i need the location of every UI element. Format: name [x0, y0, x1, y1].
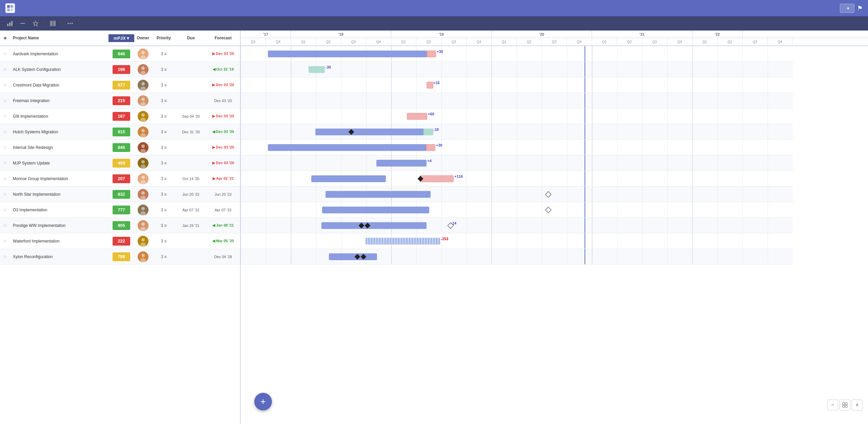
table-header: ★ Project Name mPJX ▾ Owner Priority Due…: [0, 31, 240, 46]
gantt-row: +16: [241, 77, 793, 93]
owner-cell: [134, 111, 152, 122]
minus-button[interactable]: [17, 18, 28, 29]
table-row[interactable]: ☆ G9i Implementation 167 3 ≡ Sep 04 '20 …: [0, 109, 240, 124]
timeline-quarter: Q4: [266, 38, 291, 45]
filter-icon-button[interactable]: ⚑: [857, 4, 863, 12]
table-row[interactable]: ☆ ALK System Configuration 196 3 ≡ ◀ Oct…: [0, 62, 240, 77]
table-row[interactable]: ☆ Waterford Implementation 222 3 ≡ ◀ Mar…: [0, 233, 240, 249]
star-cell[interactable]: ☆: [0, 145, 10, 150]
today-line: [585, 109, 585, 124]
table-row[interactable]: ☆ Xylon Reconfiguration 798 3 ≡ Dec 04 '…: [0, 249, 240, 265]
today-line: [585, 46, 585, 61]
star-cell[interactable]: ☆: [0, 129, 10, 134]
zoom-fit-button[interactable]: [840, 400, 850, 410]
avatar: [138, 236, 149, 247]
table-row[interactable]: ☆ Aardvark Implementation 846 3 ≡ ▶ Dec …: [0, 46, 240, 62]
star-cell[interactable]: ☆: [0, 114, 10, 119]
table-row[interactable]: ☆ Prestige WW Implementation 905 3 ≡ Jan…: [0, 218, 240, 233]
mptx-cell: 196: [108, 65, 134, 74]
star-cell[interactable]: ☆: [0, 192, 10, 197]
star-cell[interactable]: ☆: [0, 207, 10, 212]
timeline-year: '20: [492, 31, 592, 38]
star-cell[interactable]: ☆: [0, 160, 10, 166]
table-row[interactable]: ☆ O3 Implementation 777 3 ≡ Apr 07 '22 A…: [0, 202, 240, 218]
star-cell[interactable]: ☆: [0, 238, 10, 244]
svg-point-49: [140, 227, 146, 231]
svg-point-13: [72, 23, 73, 24]
gantt-gridlines: [241, 93, 793, 108]
timeline-quarter: Q1: [692, 38, 717, 45]
gantt-row: +60: [241, 109, 793, 124]
gantt-bar: [315, 129, 424, 135]
mptx-cell: 846: [108, 143, 134, 152]
mptx-cell: 222: [108, 237, 134, 246]
svg-point-25: [140, 102, 146, 106]
project-name-cell: Xylon Reconfiguration: [10, 254, 108, 259]
table-row[interactable]: ☆ Monroe Group Implementation 207 3 ≡ Oc…: [0, 171, 240, 187]
priority-value: 3 ≡: [161, 192, 166, 197]
table-row[interactable]: ☆ Hutch Systems Migration 915 3 ≡ Dec 31…: [0, 124, 240, 140]
star-button[interactable]: [30, 18, 41, 29]
table-row[interactable]: ☆ Internal Site Redesign 846 3 ≡ ▶ Dec 0…: [0, 140, 240, 155]
gantt-row: [241, 202, 793, 218]
gantt-bar: [321, 222, 427, 229]
priority-value: 3 ≡: [161, 67, 166, 72]
gantt-delta: +16: [433, 81, 440, 85]
timeline-quarter: Q4: [467, 38, 492, 45]
timeline-quarter: Q3: [441, 38, 467, 45]
timeline-quarter: Q1: [291, 38, 316, 45]
table-row[interactable]: ☆ North Star Implementation 832 3 ≡ Jun …: [0, 187, 240, 202]
priority-cell: 3 ≡: [152, 223, 176, 228]
zoom-out-button[interactable]: −: [827, 400, 838, 410]
chart-view-button[interactable]: [4, 18, 16, 29]
priority-value: 3 ≡: [161, 208, 166, 212]
svg-point-11: [67, 23, 69, 24]
star-cell[interactable]: ☆: [0, 51, 10, 56]
svg-point-22: [140, 86, 146, 91]
gantt-gridlines: [241, 233, 793, 249]
priority-cell: 3 ≡: [152, 254, 176, 259]
gantt-body: +30-30+16+60-19+30+4+116-14-153: [241, 46, 868, 424]
gantt-gridlines: [241, 77, 793, 93]
split-view-button[interactable]: [47, 18, 59, 29]
priority-cell: 3 ≡: [152, 192, 176, 197]
today-line: [585, 93, 585, 108]
table-row[interactable]: ☆ Crestmont Data Migration 577 3 ≡ ▶ Dec…: [0, 77, 240, 93]
star-cell[interactable]: ☆: [0, 98, 10, 103]
star-cell[interactable]: ☆: [0, 82, 10, 88]
star-cell[interactable]: ☆: [0, 223, 10, 228]
table-row[interactable]: ☆ MJP System Update 493 3 ≡ ▶ Dec 03 '20: [0, 155, 240, 171]
due-cell: Jun 20 '22: [176, 192, 206, 196]
gantt-row: +4: [241, 155, 793, 171]
star-cell[interactable]: ☆: [0, 254, 10, 259]
table-row[interactable]: ☆ Freeman Integration 215 3 ≡ Dec 03 '20: [0, 93, 240, 109]
svg-rect-2: [7, 8, 10, 11]
svg-point-15: [141, 51, 145, 54]
more-options-button[interactable]: [64, 18, 76, 29]
gantt-delta: -153: [441, 237, 448, 241]
gantt-row: -19: [241, 124, 793, 140]
project-name-cell: Crestmont Data Migration: [10, 83, 108, 88]
gantt-gridlines: [241, 187, 793, 202]
gantt-delta: -14: [451, 221, 456, 225]
today-line: [585, 218, 585, 233]
mptx-cell: 207: [108, 174, 134, 183]
owner-cell: [134, 95, 152, 106]
mptx-cell: 832: [108, 190, 134, 199]
svg-point-48: [141, 223, 145, 226]
today-line: [585, 187, 585, 202]
priority-cell: 3 ≡: [152, 161, 176, 166]
star-cell[interactable]: ☆: [0, 67, 10, 72]
avatar: [138, 95, 149, 106]
star-cell[interactable]: ☆: [0, 176, 10, 181]
owner-cell: [134, 142, 152, 153]
avatar: [138, 80, 149, 91]
zoom-in-button[interactable]: +: [852, 400, 863, 410]
svg-point-52: [140, 243, 146, 247]
mptx-cell: 798: [108, 252, 134, 261]
priority-value: 3 ≡: [161, 176, 166, 181]
add-project-fab[interactable]: +: [254, 393, 272, 410]
quick-filter-button[interactable]: ▾: [840, 4, 854, 13]
forecast-cell: ◀ Oct 22 '19: [206, 67, 240, 72]
gantt-bar: [309, 66, 325, 73]
